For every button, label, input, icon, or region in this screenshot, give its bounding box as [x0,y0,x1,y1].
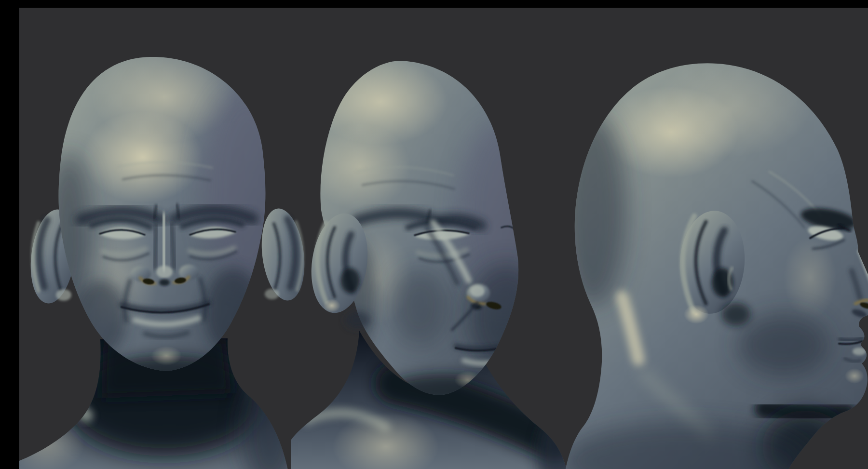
sculpt-render-canvas [19,8,868,469]
front-nose-bridge-highlight [163,216,164,268]
profile-cheekbone-highlight [784,237,837,319]
quarter-nose-tip-highlight [470,285,485,297]
quarter-cheek-hollow [391,268,448,345]
front-nose-tip-highlight [156,266,173,278]
profile-earlobe-warm-highlight [684,305,709,324]
quarter-concha-shadow [340,268,360,293]
sculpt-render [19,8,868,469]
front-forehead-highlight [82,111,203,203]
front-chin-highlight [151,346,182,365]
quarter-earlobe-highlight [323,299,340,312]
profile-jaw-hollow-shade [738,314,829,376]
profile-chin-highlight [845,368,864,384]
front-left-earlobe-highlight [56,289,71,301]
profile-behind-ear-shadow [721,303,750,326]
